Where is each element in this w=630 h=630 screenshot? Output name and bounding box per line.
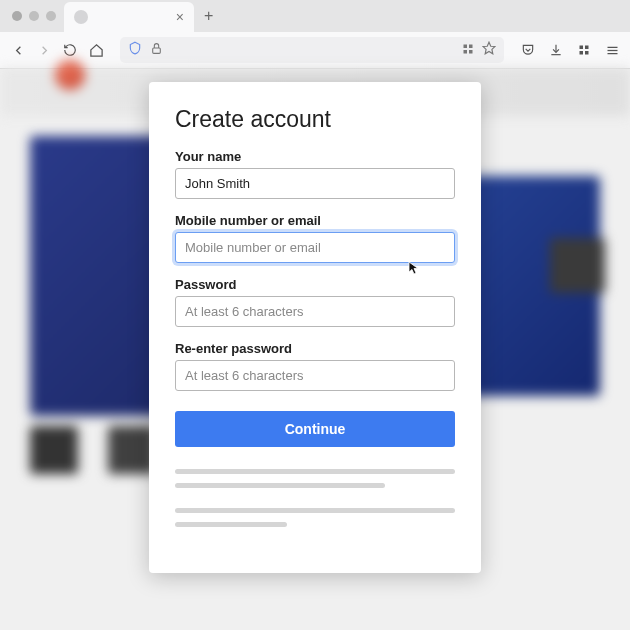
modal-title: Create account [175, 106, 455, 133]
new-tab-button[interactable]: + [194, 7, 223, 25]
pocket-icon[interactable] [520, 42, 536, 58]
continue-button[interactable]: Continue [175, 411, 455, 447]
menu-icon[interactable] [604, 42, 620, 58]
lock-icon[interactable] [150, 41, 163, 59]
svg-rect-4 [469, 50, 473, 54]
reenter-password-field: Re-enter password [175, 341, 455, 391]
maximize-window-button[interactable] [46, 11, 56, 21]
password-label: Password [175, 277, 455, 292]
name-field: Your name [175, 149, 455, 199]
bookmark-icon[interactable] [482, 41, 496, 59]
password-input[interactable] [175, 296, 455, 327]
minimize-window-button[interactable] [29, 11, 39, 21]
reload-icon[interactable] [62, 42, 78, 58]
reenter-password-label: Re-enter password [175, 341, 455, 356]
svg-rect-2 [469, 45, 473, 49]
toolbar-right [520, 42, 620, 58]
back-icon[interactable] [10, 42, 26, 58]
address-bar[interactable] [120, 37, 504, 63]
name-label: Your name [175, 149, 455, 164]
close-tab-icon[interactable]: × [176, 10, 184, 24]
close-window-button[interactable] [12, 11, 22, 21]
password-field: Password [175, 277, 455, 327]
download-icon[interactable] [548, 42, 564, 58]
create-account-modal: Create account Your name Mobile number o… [149, 82, 481, 573]
mobile-email-label: Mobile number or email [175, 213, 455, 228]
svg-marker-5 [483, 42, 495, 54]
svg-rect-8 [580, 51, 584, 55]
browser-tab[interactable]: × [64, 2, 194, 32]
reenter-password-input[interactable] [175, 360, 455, 391]
svg-rect-0 [153, 48, 161, 53]
footer-text-placeholder [175, 508, 455, 527]
tab-bar: × + [0, 0, 630, 32]
toolbar [0, 32, 630, 68]
forward-icon[interactable] [36, 42, 52, 58]
mobile-email-input[interactable] [175, 232, 455, 263]
shield-icon[interactable] [128, 41, 142, 59]
name-input[interactable] [175, 168, 455, 199]
svg-rect-3 [464, 50, 468, 54]
terms-text-placeholder [175, 469, 455, 488]
svg-rect-7 [585, 46, 589, 50]
svg-rect-9 [585, 51, 589, 55]
mobile-email-field: Mobile number or email [175, 213, 455, 263]
svg-rect-6 [580, 46, 584, 50]
home-icon[interactable] [88, 42, 104, 58]
extensions-icon[interactable] [576, 42, 592, 58]
browser-chrome: × + [0, 0, 630, 69]
window-controls [8, 11, 64, 21]
grid-icon[interactable] [462, 41, 474, 59]
tab-favicon [74, 10, 88, 24]
svg-rect-1 [464, 45, 468, 49]
